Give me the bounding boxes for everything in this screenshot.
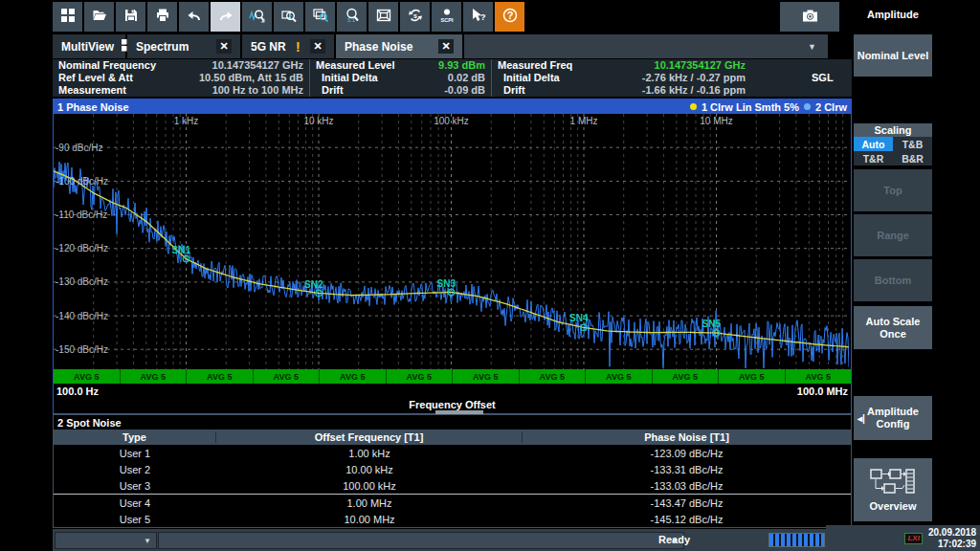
x-axis-stop-label: 100.0 MHz	[797, 386, 848, 397]
info-value: 10.50 dBm, Att 15 dB	[199, 72, 303, 84]
scaling-option-tr[interactable]: T&R	[854, 151, 893, 165]
info-label: Measurement	[58, 84, 126, 97]
lxi-badge: LXI	[904, 533, 922, 544]
tab-5g-nr[interactable]: 5G NR!✕	[242, 34, 334, 58]
trace-legend-label: 2 Clrw	[815, 101, 847, 113]
spot-noise-row[interactable]: User 210.00 kHz-133.31 dBc/Hz	[54, 461, 851, 477]
scaling-selector: Scaling Auto T&B T&R B&R	[854, 123, 932, 165]
y-tick-label: -90 dBc/Hz	[56, 143, 102, 153]
spot-noise-window: 2 Spot Noise Type Offset Frequency [T1] …	[53, 414, 852, 528]
col-header-type: Type	[54, 431, 216, 443]
toolbar-zoom-1-1-button[interactable]: 1:1	[337, 2, 367, 32]
progress-bar	[768, 533, 825, 547]
tab-multiview[interactable]: MultiView	[53, 34, 125, 58]
phase-noise-plot[interactable]: SN1SN2SN3SN4SN51 kHz10 kHz100 kHz1 MHz10…	[54, 114, 849, 369]
avg-segment: AVG 5	[121, 369, 188, 384]
svg-text:1:1: 1:1	[347, 17, 355, 23]
x-tick-label: 1 MHz	[570, 116, 598, 126]
status-dropdown-main[interactable]: ▼	[158, 532, 684, 549]
screenshot-button[interactable]	[780, 2, 839, 32]
info-value: 0.02 dB	[448, 72, 485, 84]
info-row: Measurement100 Hz to 100 MHz	[58, 84, 303, 97]
tab-label: Spectrum	[136, 40, 189, 54]
tab-overflow-dropdown[interactable]: ▼	[464, 34, 828, 58]
toolbar-zoom-multi-button[interactable]	[305, 2, 335, 32]
spot-noise-cell: -123.09 dBc/Hz	[523, 448, 851, 459]
spot-noise-row[interactable]: User 11.00 kHz-123.09 dBc/Hz	[54, 445, 851, 461]
info-row: Ref Level & Att10.50 dBm, Att 15 dB	[58, 72, 303, 84]
info-label: Drift	[498, 84, 525, 97]
scaling-option-tb[interactable]: T&B	[893, 137, 932, 151]
spot-noise-row[interactable]: User 3100.00 kHz-133.03 dBc/Hz	[54, 477, 851, 494]
y-tick-label: -150 dBc/Hz	[56, 344, 108, 355]
tab-phase-noise[interactable]: Phase Noise✕	[336, 34, 462, 58]
avg-segment: AVG 5	[653, 369, 720, 384]
overview-label: Overview	[870, 500, 917, 513]
spot-noise-cell: -133.03 dBc/Hz	[523, 480, 851, 492]
spot-noise-cell: 100.00 kHz	[216, 480, 523, 492]
toolbar-windows-button[interactable]	[53, 2, 82, 32]
bottom-button[interactable]: Bottom	[854, 259, 932, 301]
x-tick-label: 1 kHz	[174, 116, 199, 126]
toolbar-context-help-button[interactable]: ?	[463, 2, 493, 32]
info-value: 10.147354127 GHz	[655, 59, 746, 72]
toolbar-sync-button[interactable]: s	[400, 2, 430, 32]
scaling-option-br[interactable]: B&R	[893, 151, 932, 165]
toolbar-help-button[interactable]: ?	[495, 2, 524, 32]
y-tick-label: -130 dBc/Hz	[56, 276, 108, 287]
toolbar: 1:1sSCPI??	[53, 2, 524, 32]
tab-close-icon[interactable]: ✕	[310, 39, 325, 54]
auto-scale-once-button[interactable]: Auto Scale Once	[854, 306, 932, 349]
info-value: -1.66 kHz / -0.16 ppm	[642, 84, 746, 97]
tab-close-icon[interactable]: ✕	[438, 39, 454, 54]
info-value: 9.93 dBm	[438, 59, 485, 72]
toolbar-zoom-trace-button[interactable]	[242, 2, 272, 32]
x-tick-label: 100 kHz	[434, 116, 469, 126]
spot-noise-title: 2 Spot Noise	[54, 415, 851, 430]
col-header-offset-frequency: Offset Frequency [T1]	[216, 431, 523, 443]
info-label: Initial Delta	[498, 72, 560, 84]
window-title: 1 Phase Noise	[57, 101, 129, 113]
phase-noise-window-titlebar[interactable]: 1 Phase Noise 1 Clrw Lin Smth 5%2 Clrw	[54, 99, 851, 114]
info-row: Measured Freq10.147354127 GHz	[498, 59, 746, 72]
toolbar-zoom-area-button[interactable]	[274, 2, 303, 32]
toolbar-save-button[interactable]	[116, 2, 145, 32]
avg-segment: AVG 5	[719, 369, 786, 384]
info-column: Measured Level9.93 dBmInitial Delta0.02 …	[309, 59, 491, 97]
x-axis-start-label: 100.0 Hz	[56, 386, 99, 397]
zoom-trace-icon	[249, 8, 265, 27]
undo-icon	[187, 8, 202, 27]
context-help-icon: ?	[470, 8, 487, 27]
overview-button[interactable]: Overview	[854, 458, 932, 521]
toolbar-frame-button[interactable]	[368, 2, 398, 32]
spot-noise-row[interactable]: User 510.00 MHz-145.12 dBc/Hz	[54, 511, 851, 527]
top-button[interactable]: Top	[854, 169, 932, 211]
time-label: 17:02:39	[938, 539, 976, 549]
nominal-level-button[interactable]: Nominal Level	[854, 34, 932, 77]
spot-noise-cell: -133.31 dBc/Hz	[523, 464, 851, 475]
info-value: -0.09 dB	[444, 84, 485, 97]
tab-spectrum[interactable]: Spectrum✕	[127, 34, 240, 58]
x-tick-label: 10 MHz	[700, 116, 732, 126]
info-label: Nominal Frequency	[58, 59, 156, 72]
tab-bar: MultiViewSpectrum✕5G NR!✕Phase Noise✕▼	[53, 34, 828, 58]
tab-label: MultiView	[61, 40, 114, 54]
camera-icon	[802, 8, 818, 27]
scaling-option-auto[interactable]: Auto	[854, 137, 893, 151]
tab-close-icon[interactable]: ✕	[216, 39, 232, 54]
sync-icon: s	[408, 8, 423, 27]
avg-segment: AVG 5	[586, 369, 653, 384]
toolbar-redo-button[interactable]	[211, 2, 240, 32]
range-button[interactable]: Range	[854, 214, 932, 256]
y-tick-label: -120 dBc/Hz	[56, 243, 108, 253]
trace-dot-icon	[804, 103, 811, 110]
toolbar-print-button[interactable]	[147, 2, 177, 32]
status-dropdown-left[interactable]: ▼	[55, 532, 157, 549]
toolbar-open-folder-button[interactable]	[84, 2, 114, 32]
info-label: Drift	[316, 84, 344, 97]
spot-noise-row[interactable]: User 41.00 MHz-143.47 dBc/Hz	[54, 494, 851, 511]
svg-text:s: s	[413, 11, 417, 18]
amplitude-config-button[interactable]: ◂| Amplitude Config	[854, 396, 932, 440]
toolbar-scpi-button[interactable]: SCPI	[432, 2, 461, 32]
toolbar-undo-button[interactable]	[179, 2, 209, 32]
